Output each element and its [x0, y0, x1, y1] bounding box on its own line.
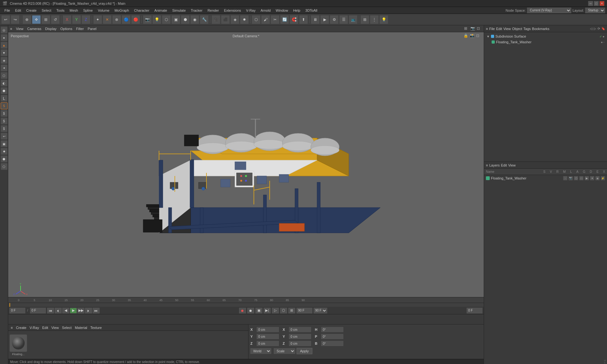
mode-uv[interactable]: ◈ — [1, 57, 8, 64]
cam-btn[interactable]: 📷 — [143, 15, 152, 24]
rotate-btn[interactable]: ↺ — [51, 15, 60, 24]
tool-dollar3[interactable]: $ — [1, 125, 8, 132]
vp-menu-options[interactable]: Options — [60, 27, 72, 31]
bm-edit[interactable]: Edit — [41, 325, 49, 330]
layer-expr-btn[interactable]: ⚡ — [601, 176, 605, 180]
layer-play-btn[interactable]: ▶ — [585, 176, 589, 180]
tool-star[interactable]: ✸ — [1, 148, 8, 155]
menu-mesh[interactable]: Mesh — [67, 8, 81, 13]
menu-arnold[interactable]: Arnold — [258, 8, 273, 13]
menu-animate[interactable]: Animate — [152, 8, 169, 13]
menu-3dtoall[interactable]: 3DToAll — [303, 8, 320, 13]
layer-cam-btn[interactable]: 📷 — [568, 176, 573, 180]
object-subdivision[interactable]: ▼ Subdivision Surface ✓ ● — [485, 33, 606, 39]
material-item[interactable]: Floating... — [9, 334, 27, 356]
rp-file[interactable]: File — [489, 27, 495, 31]
tool-diamond[interactable]: ⬟ — [1, 155, 8, 162]
p-input[interactable] — [321, 334, 343, 339]
go-start-btn[interactable]: ⏮ — [47, 308, 54, 313]
layer-gen-btn[interactable]: ✦ — [590, 176, 594, 180]
b-input[interactable] — [321, 341, 343, 346]
node-space-dropdown[interactable]: Current (V-Ray) — [527, 8, 571, 13]
apply-button[interactable]: Apply — [297, 348, 312, 354]
menu-help[interactable]: Help — [291, 8, 303, 13]
menu-tracker[interactable]: Tracker — [188, 8, 205, 13]
minimize-button[interactable]: ─ — [588, 1, 593, 6]
vp-expand2-icon[interactable]: ⊡ — [476, 33, 481, 39]
z-axis-btn[interactable]: Z — [82, 15, 90, 24]
rp-icon-3[interactable]: ⟳ — [598, 27, 600, 30]
rp-bookmarks[interactable]: Bookmarks — [532, 27, 549, 31]
mode-rigging[interactable]: ⬡ — [1, 72, 8, 79]
rp-icon-2[interactable]: ▷ — [594, 27, 596, 30]
play-btn[interactable]: ▶ — [70, 308, 77, 313]
y-axis-btn[interactable]: Y — [72, 15, 81, 24]
ik-btn[interactable]: ▶| — [264, 308, 271, 313]
mode-select[interactable]: ▲ — [1, 42, 8, 49]
film-btn[interactable]: 🎥 — [212, 15, 220, 24]
render-region-btn[interactable]: ⬛ — [221, 15, 230, 24]
live-select-btn[interactable]: ⊕ — [22, 15, 31, 24]
cube-btn[interactable]: ⬡ — [252, 15, 261, 24]
title-bar-controls[interactable]: ─ □ ✕ — [588, 1, 604, 6]
bm-texture[interactable]: Texture — [89, 325, 103, 330]
menu-tools[interactable]: Tools — [54, 8, 67, 13]
rp-tags[interactable]: Tags — [524, 27, 531, 31]
tool-line[interactable]: L — [1, 95, 8, 102]
snap-frame-btn[interactable]: ⬡ — [280, 308, 287, 313]
render-settings-btn[interactable]: ⚙ — [330, 15, 339, 24]
plane-btn[interactable]: ▣ — [171, 15, 180, 24]
layers-menu-view[interactable]: View — [508, 163, 516, 167]
menu-spline[interactable]: Spline — [81, 8, 95, 13]
tool-grid[interactable]: ▣ — [1, 140, 8, 147]
light-btn[interactable]: 💡 — [152, 15, 161, 24]
constraint-btn[interactable]: 🔴 — [131, 15, 140, 24]
menu-file[interactable]: File — [2, 8, 13, 13]
z-rot-input[interactable] — [289, 341, 311, 346]
material-thumb[interactable] — [9, 334, 27, 352]
object-floating-tank[interactable]: Floating_Tank_Washer ● ◦ — [485, 39, 606, 45]
next-frame-btn[interactable]: ⏵ — [85, 308, 92, 313]
light2-btn[interactable]: 💡 — [379, 15, 388, 24]
viewport-render-btn[interactable]: 🖥 — [311, 15, 320, 24]
end-frame-input[interactable] — [297, 308, 312, 313]
grid-btn[interactable]: ⊞ — [360, 15, 369, 24]
z-pos-input[interactable] — [257, 341, 279, 346]
vp-menu-panel[interactable]: Panel — [88, 27, 96, 31]
menu-mograph[interactable]: MoGraph — [112, 8, 132, 13]
extrude-btn[interactable]: ⬆ — [299, 15, 308, 24]
menu-simulate[interactable]: Simulate — [170, 8, 188, 13]
vp-icon-camera[interactable]: 📷 — [470, 26, 475, 31]
playhead-bar[interactable] — [8, 303, 484, 307]
transform-dropdown[interactable]: Scale Position Rotation — [274, 348, 295, 354]
y-pos-input[interactable] — [257, 334, 279, 339]
render-active-btn[interactable]: ▶ — [320, 15, 329, 24]
y-rot-input[interactable] — [289, 334, 311, 339]
h-input[interactable] — [321, 327, 343, 332]
tool-dollar1[interactable]: $ — [1, 110, 8, 117]
viewport[interactable]: ≡ View Cameras Display Options Filter Pa… — [8, 25, 484, 297]
tool-hex[interactable]: ⬠ — [1, 163, 8, 170]
menu-volume[interactable]: Volume — [95, 8, 112, 13]
fwd-btn[interactable]: ▷ — [272, 308, 279, 313]
menu-create[interactable]: Create — [24, 8, 39, 13]
scale-btn[interactable]: ⊞ — [41, 15, 50, 24]
bm-select[interactable]: Select — [61, 325, 73, 330]
render-all-btn[interactable]: 📺 — [349, 15, 358, 24]
motion-clip-btn[interactable]: ▣ — [255, 308, 262, 313]
bm-icon[interactable]: ≡ — [9, 325, 14, 330]
vp-icon-maximize[interactable]: ⊡ — [477, 26, 482, 31]
menu-render[interactable]: Render — [205, 8, 221, 13]
irr-btn[interactable]: ✸ — [240, 15, 249, 24]
current-frame-input[interactable] — [9, 308, 25, 313]
move-btn[interactable]: ✥ — [32, 15, 41, 24]
render-queue-btn[interactable]: ☰ — [339, 15, 348, 24]
layer-check-btn[interactable]: □ — [579, 176, 584, 180]
layers-menu-edit[interactable]: Edit — [501, 163, 507, 167]
magnet-btn[interactable]: 🧲 — [290, 15, 298, 24]
knife2-btn[interactable]: ⋮ — [370, 15, 379, 24]
bm-vray[interactable]: V-Ray — [28, 325, 40, 330]
new-obj-btn[interactable]: ✦ — [93, 15, 102, 24]
paint-btn[interactable]: 🖌 — [261, 15, 270, 24]
x-axis-btn[interactable]: X — [63, 15, 71, 24]
